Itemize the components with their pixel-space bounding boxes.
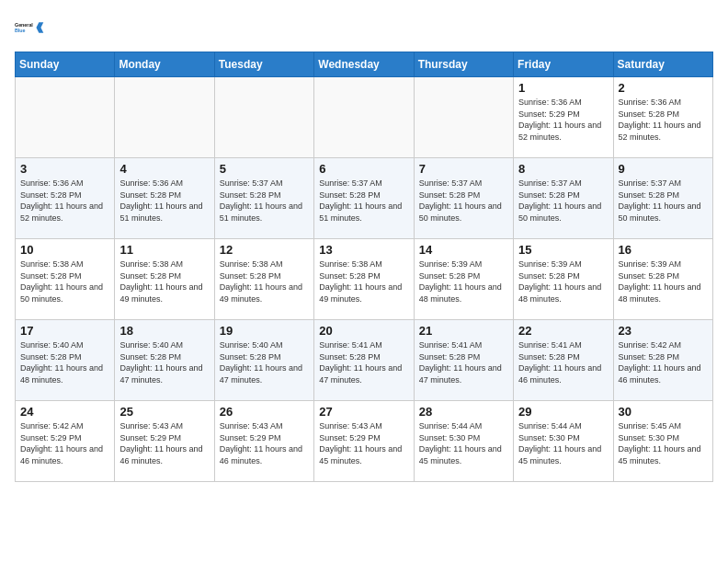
calendar-cell: 22Sunrise: 5:41 AM Sunset: 5:28 PM Dayli… xyxy=(514,320,613,401)
day-number: 4 xyxy=(119,162,209,176)
day-number: 13 xyxy=(319,243,408,257)
logo-icon: GeneralBlue xyxy=(15,15,44,40)
calendar-cell: 27Sunrise: 5:43 AM Sunset: 5:29 PM Dayli… xyxy=(314,401,414,482)
day-info: Sunrise: 5:40 AM Sunset: 5:28 PM Dayligh… xyxy=(119,339,209,385)
day-number: 18 xyxy=(119,324,209,338)
weekday-header: Saturday xyxy=(613,52,712,77)
calendar-cell: 4Sunrise: 5:36 AM Sunset: 5:28 PM Daylig… xyxy=(115,158,214,239)
day-info: Sunrise: 5:43 AM Sunset: 5:29 PM Dayligh… xyxy=(319,420,408,466)
day-info: Sunrise: 5:37 AM Sunset: 5:28 PM Dayligh… xyxy=(319,178,408,224)
weekday-header: Tuesday xyxy=(214,52,313,77)
calendar-cell: 9Sunrise: 5:37 AM Sunset: 5:28 PM Daylig… xyxy=(613,158,712,239)
calendar-cell: 6Sunrise: 5:37 AM Sunset: 5:28 PM Daylig… xyxy=(314,158,414,239)
day-info: Sunrise: 5:41 AM Sunset: 5:28 PM Dayligh… xyxy=(319,339,408,385)
calendar-cell: 28Sunrise: 5:44 AM Sunset: 5:30 PM Dayli… xyxy=(414,401,513,482)
calendar-cell: 8Sunrise: 5:37 AM Sunset: 5:28 PM Daylig… xyxy=(514,158,613,239)
calendar-cell: 18Sunrise: 5:40 AM Sunset: 5:28 PM Dayli… xyxy=(115,320,214,401)
logo: GeneralBlue xyxy=(15,15,44,40)
day-info: Sunrise: 5:41 AM Sunset: 5:28 PM Dayligh… xyxy=(419,339,508,385)
calendar-cell: 30Sunrise: 5:45 AM Sunset: 5:30 PM Dayli… xyxy=(613,401,712,482)
calendar-week-row: 10Sunrise: 5:38 AM Sunset: 5:28 PM Dayli… xyxy=(16,239,713,320)
calendar-cell xyxy=(115,77,214,158)
day-number: 25 xyxy=(119,405,209,419)
day-info: Sunrise: 5:36 AM Sunset: 5:28 PM Dayligh… xyxy=(119,178,209,224)
day-info: Sunrise: 5:40 AM Sunset: 5:28 PM Dayligh… xyxy=(20,339,109,385)
calendar-cell: 20Sunrise: 5:41 AM Sunset: 5:28 PM Dayli… xyxy=(314,320,414,401)
day-info: Sunrise: 5:36 AM Sunset: 5:29 PM Dayligh… xyxy=(518,97,608,143)
calendar-cell xyxy=(414,77,513,158)
calendar-cell: 12Sunrise: 5:38 AM Sunset: 5:28 PM Dayli… xyxy=(214,239,313,320)
day-number: 14 xyxy=(419,243,508,257)
day-number: 21 xyxy=(419,324,508,338)
calendar-cell: 15Sunrise: 5:39 AM Sunset: 5:28 PM Dayli… xyxy=(514,239,613,320)
calendar-cell: 13Sunrise: 5:38 AM Sunset: 5:28 PM Dayli… xyxy=(314,239,414,320)
page-header: GeneralBlue xyxy=(15,15,713,40)
calendar-cell: 1Sunrise: 5:36 AM Sunset: 5:29 PM Daylig… xyxy=(514,77,613,158)
svg-text:General: General xyxy=(15,22,33,28)
weekday-header: Monday xyxy=(115,52,214,77)
day-number: 26 xyxy=(220,405,309,419)
svg-marker-2 xyxy=(36,22,43,32)
day-number: 30 xyxy=(619,405,708,419)
day-info: Sunrise: 5:38 AM Sunset: 5:28 PM Dayligh… xyxy=(220,259,309,304)
calendar-cell: 11Sunrise: 5:38 AM Sunset: 5:28 PM Dayli… xyxy=(115,239,214,320)
day-info: Sunrise: 5:42 AM Sunset: 5:28 PM Dayligh… xyxy=(619,339,708,385)
day-number: 17 xyxy=(20,324,109,338)
day-info: Sunrise: 5:37 AM Sunset: 5:28 PM Dayligh… xyxy=(220,178,309,224)
day-info: Sunrise: 5:41 AM Sunset: 5:28 PM Dayligh… xyxy=(518,339,608,385)
day-number: 22 xyxy=(518,324,608,338)
day-number: 8 xyxy=(518,162,608,176)
day-info: Sunrise: 5:39 AM Sunset: 5:28 PM Dayligh… xyxy=(518,259,608,304)
day-number: 6 xyxy=(319,162,408,176)
svg-text:Blue: Blue xyxy=(15,28,26,33)
calendar-cell: 24Sunrise: 5:42 AM Sunset: 5:29 PM Dayli… xyxy=(16,401,115,482)
day-info: Sunrise: 5:40 AM Sunset: 5:28 PM Dayligh… xyxy=(220,339,309,385)
day-info: Sunrise: 5:42 AM Sunset: 5:29 PM Dayligh… xyxy=(20,420,109,466)
calendar-cell xyxy=(16,77,115,158)
calendar-cell: 10Sunrise: 5:38 AM Sunset: 5:28 PM Dayli… xyxy=(16,239,115,320)
day-number: 19 xyxy=(220,324,309,338)
calendar-cell: 17Sunrise: 5:40 AM Sunset: 5:28 PM Dayli… xyxy=(16,320,115,401)
calendar-cell xyxy=(314,77,414,158)
day-info: Sunrise: 5:36 AM Sunset: 5:28 PM Dayligh… xyxy=(619,97,708,143)
calendar-cell: 2Sunrise: 5:36 AM Sunset: 5:28 PM Daylig… xyxy=(613,77,712,158)
calendar-cell: 19Sunrise: 5:40 AM Sunset: 5:28 PM Dayli… xyxy=(214,320,313,401)
day-number: 28 xyxy=(419,405,508,419)
calendar-cell: 5Sunrise: 5:37 AM Sunset: 5:28 PM Daylig… xyxy=(214,158,313,239)
weekday-header: Thursday xyxy=(414,52,513,77)
weekday-header: Friday xyxy=(514,52,613,77)
day-info: Sunrise: 5:43 AM Sunset: 5:29 PM Dayligh… xyxy=(119,420,209,466)
day-number: 24 xyxy=(20,405,109,419)
weekday-header: Sunday xyxy=(16,52,115,77)
calendar-cell: 14Sunrise: 5:39 AM Sunset: 5:28 PM Dayli… xyxy=(414,239,513,320)
day-number: 15 xyxy=(518,243,608,257)
day-info: Sunrise: 5:38 AM Sunset: 5:28 PM Dayligh… xyxy=(20,259,109,304)
day-info: Sunrise: 5:38 AM Sunset: 5:28 PM Dayligh… xyxy=(119,259,209,304)
day-number: 10 xyxy=(20,243,109,257)
day-info: Sunrise: 5:43 AM Sunset: 5:29 PM Dayligh… xyxy=(220,420,309,466)
calendar-header-row: SundayMondayTuesdayWednesdayThursdayFrid… xyxy=(16,52,713,77)
weekday-header: Wednesday xyxy=(314,52,414,77)
day-number: 11 xyxy=(119,243,209,257)
day-number: 5 xyxy=(220,162,309,176)
day-info: Sunrise: 5:45 AM Sunset: 5:30 PM Dayligh… xyxy=(619,420,708,466)
day-number: 23 xyxy=(619,324,708,338)
calendar-cell: 3Sunrise: 5:36 AM Sunset: 5:28 PM Daylig… xyxy=(16,158,115,239)
calendar-cell: 21Sunrise: 5:41 AM Sunset: 5:28 PM Dayli… xyxy=(414,320,513,401)
calendar-cell xyxy=(214,77,313,158)
calendar-week-row: 1Sunrise: 5:36 AM Sunset: 5:29 PM Daylig… xyxy=(16,77,713,158)
day-info: Sunrise: 5:44 AM Sunset: 5:30 PM Dayligh… xyxy=(419,420,508,466)
calendar-cell: 16Sunrise: 5:39 AM Sunset: 5:28 PM Dayli… xyxy=(613,239,712,320)
day-number: 9 xyxy=(619,162,708,176)
calendar-week-row: 3Sunrise: 5:36 AM Sunset: 5:28 PM Daylig… xyxy=(16,158,713,239)
day-number: 7 xyxy=(419,162,508,176)
day-info: Sunrise: 5:44 AM Sunset: 5:30 PM Dayligh… xyxy=(518,420,608,466)
calendar-cell: 26Sunrise: 5:43 AM Sunset: 5:29 PM Dayli… xyxy=(214,401,313,482)
calendar-cell: 7Sunrise: 5:37 AM Sunset: 5:28 PM Daylig… xyxy=(414,158,513,239)
day-number: 2 xyxy=(619,81,708,95)
day-number: 29 xyxy=(518,405,608,419)
day-number: 20 xyxy=(319,324,408,338)
day-info: Sunrise: 5:36 AM Sunset: 5:28 PM Dayligh… xyxy=(20,178,109,224)
day-number: 12 xyxy=(220,243,309,257)
day-info: Sunrise: 5:37 AM Sunset: 5:28 PM Dayligh… xyxy=(619,178,708,224)
